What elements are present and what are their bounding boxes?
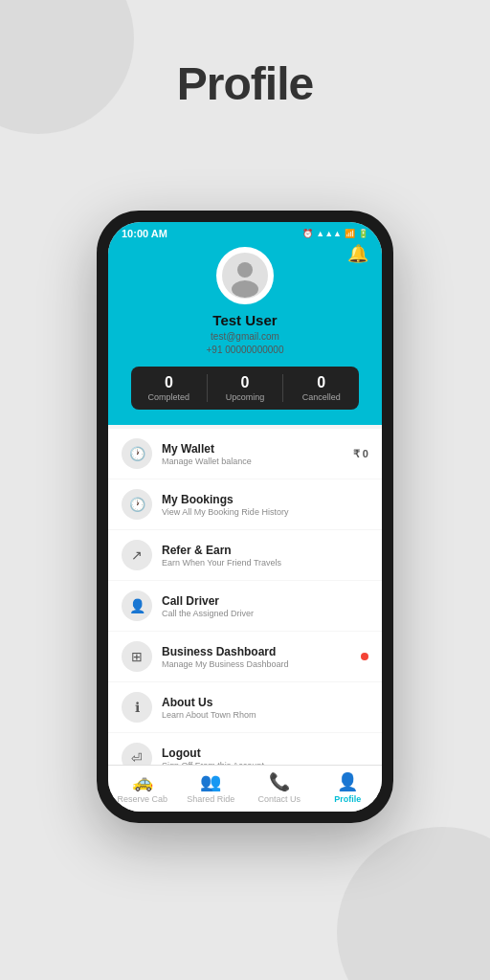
signal-icon: ▲▲▲	[316, 229, 342, 238]
menu-subtitle: Call the Assigned Driver	[162, 609, 368, 618]
nav-label-0: Reserve Cab	[117, 794, 167, 804]
menu-text-5: About Us Learn About Town Rhom	[162, 696, 368, 720]
stat-item-completed: 0 Completed	[131, 374, 208, 402]
menu-text-1: My Bookings View All My Booking Ride His…	[162, 493, 368, 517]
stats-bar: 0 Completed 0 Upcoming 0 Cancelled	[131, 367, 359, 410]
menu-subtitle: Sign Off From this Account	[162, 761, 368, 766]
user-email: test@gmail.com	[122, 330, 368, 344]
nav-label-2: Contact Us	[257, 794, 301, 804]
status-icons: ⏰ ▲▲▲ 📶 🔋	[302, 229, 368, 238]
menu-text-6: Logout Sign Off From this Account	[162, 746, 368, 766]
menu-item-call-driver[interactable]: 👤 Call Driver Call the Assigned Driver	[108, 581, 382, 631]
nav-label-3: Profile	[334, 794, 361, 804]
nav-item-contact-us[interactable]: 📞 Contact Us	[245, 771, 314, 804]
status-time: 10:00 AM	[122, 228, 167, 239]
svg-point-2	[232, 280, 258, 298]
menu-title: Call Driver	[162, 594, 368, 608]
menu-subtitle: Manage Wallet balance	[162, 457, 353, 466]
stat-count: 0	[131, 374, 207, 391]
menu-icon-4: ⊞	[122, 641, 152, 672]
stat-item-upcoming: 0 Upcoming	[208, 374, 284, 402]
notification-dot	[361, 653, 368, 660]
battery-icon: 🔋	[358, 229, 368, 238]
menu-icon-5: ℹ	[122, 692, 152, 723]
status-bar: 10:00 AM ⏰ ▲▲▲ 📶 🔋	[108, 222, 382, 243]
alarm-icon: ⏰	[302, 229, 313, 238]
user-phone: +91 00000000000	[122, 344, 368, 357]
menu-list: 🕐 My Wallet Manage Wallet balance ₹ 0 🕐 …	[108, 425, 382, 765]
menu-icon-1: 🕐	[122, 489, 152, 520]
nav-label-1: Shared Ride	[187, 794, 234, 804]
menu-icon-0: 🕐	[122, 438, 152, 469]
menu-item-logout[interactable]: ⏎ Logout Sign Off From this Account	[108, 733, 382, 765]
menu-title: My Wallet	[162, 442, 353, 456]
menu-icon-6: ⏎	[122, 743, 152, 765]
menu-title: Refer & Earn	[162, 544, 368, 557]
bg-decoration-tl	[0, 0, 134, 134]
menu-title: About Us	[162, 696, 368, 709]
menu-item-my-wallet[interactable]: 🕐 My Wallet Manage Wallet balance ₹ 0	[108, 429, 382, 479]
bg-decoration-br	[337, 827, 490, 980]
menu-item-my-bookings[interactable]: 🕐 My Bookings View All My Booking Ride H…	[108, 479, 382, 529]
notification-bell-icon[interactable]: 🔔	[347, 243, 368, 264]
menu-icon-2: ↗	[122, 540, 152, 570]
menu-text-0: My Wallet Manage Wallet balance	[162, 442, 353, 466]
page-title: Profile	[177, 57, 313, 110]
nav-icon-0: 🚕	[132, 771, 153, 792]
stat-label: Upcoming	[208, 392, 283, 402]
menu-subtitle: Earn When Your Friend Travels	[162, 558, 368, 568]
avatar	[216, 247, 274, 304]
avatar-container	[122, 247, 368, 304]
nav-item-shared-ride[interactable]: 👥 Shared Ride	[177, 771, 246, 804]
nav-icon-3: 👤	[337, 771, 358, 792]
user-name: Test User	[122, 312, 368, 328]
menu-subtitle: Learn About Town Rhom	[162, 710, 368, 720]
menu-item-business-dashboard[interactable]: ⊞ Business Dashboard Manage My Business …	[108, 632, 382, 681]
menu-item-about-us[interactable]: ℹ About Us Learn About Town Rhom	[108, 682, 382, 732]
menu-subtitle: Manage My Business Dashboard	[162, 659, 361, 669]
menu-title: Business Dashboard	[162, 645, 361, 658]
wifi-icon: 📶	[345, 229, 355, 238]
nav-icon-1: 👥	[200, 771, 221, 792]
menu-text-3: Call Driver Call the Assigned Driver	[162, 594, 368, 618]
phone-screen: 10:00 AM ⏰ ▲▲▲ 📶 🔋 🔔 Test User	[108, 222, 382, 812]
nav-item-reserve-cab[interactable]: 🚕 Reserve Cab	[108, 771, 177, 804]
menu-title: Logout	[162, 746, 368, 760]
menu-subtitle: View All My Booking Ride History	[162, 507, 368, 517]
stat-item-cancelled: 0 Cancelled	[283, 374, 359, 402]
stat-count: 0	[208, 374, 283, 391]
menu-title: My Bookings	[162, 493, 368, 506]
stat-count: 0	[283, 374, 359, 391]
menu-item-refer-&-earn[interactable]: ↗ Refer & Earn Earn When Your Friend Tra…	[108, 530, 382, 580]
menu-icon-3: 👤	[122, 590, 152, 621]
nav-icon-2: 📞	[269, 771, 290, 792]
menu-right-value: ₹ 0	[353, 448, 368, 460]
menu-text-2: Refer & Earn Earn When Your Friend Trave…	[162, 544, 368, 568]
menu-text-4: Business Dashboard Manage My Business Da…	[162, 645, 361, 669]
nav-item-profile[interactable]: 👤 Profile	[314, 771, 383, 804]
phone-shell: 10:00 AM ⏰ ▲▲▲ 📶 🔋 🔔 Test User	[97, 211, 393, 823]
svg-point-1	[237, 262, 253, 278]
bottom-nav: 🚕 Reserve Cab 👥 Shared Ride 📞 Contact Us…	[108, 765, 382, 812]
stat-label: Cancelled	[283, 392, 359, 402]
profile-header: 🔔 Test User test@gmail.com +91 000000000…	[108, 243, 382, 425]
stat-label: Completed	[131, 392, 207, 402]
